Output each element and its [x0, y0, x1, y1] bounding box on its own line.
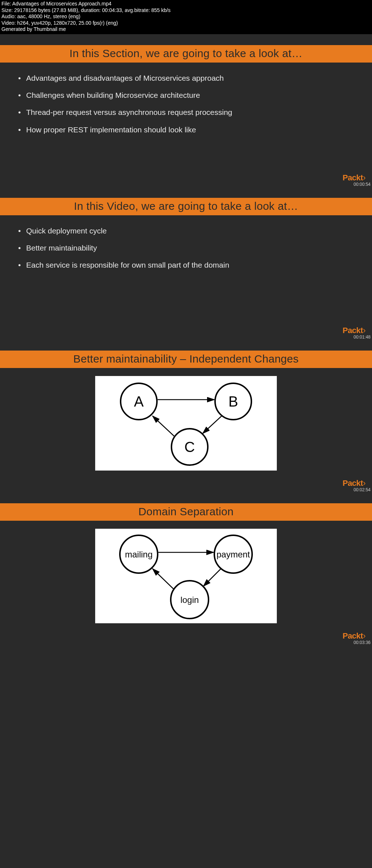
slide-2-bullet-0: Quick deployment cycle	[18, 225, 354, 236]
slide-3: Better maintainability – Independent Cha…	[0, 351, 372, 492]
arrow-c-to-a	[153, 416, 174, 436]
packt-logo: Packt›	[343, 326, 365, 335]
arrow-payment-to-login	[203, 569, 221, 586]
logo-text: Packt	[343, 326, 363, 335]
packt-logo: Packt›	[343, 173, 365, 183]
slide-1: In this Section, we are going to take a …	[0, 45, 372, 187]
slide-2-title: In this Video, we are going to take a lo…	[0, 198, 372, 215]
slide-4-title: Domain Separation	[0, 503, 372, 521]
meta-audio: Audio: aac, 48000 Hz, stereo (eng)	[1, 13, 371, 20]
slide-4: Domain Separation mailing payment login …	[0, 503, 372, 645]
arrow-b-to-c	[203, 416, 222, 433]
node-payment-label: payment	[217, 549, 250, 559]
packt-logo: Packt›	[343, 631, 365, 641]
meta-video: Video: h264, yuv420p, 1280x720, 25.00 fp…	[1, 20, 371, 27]
logo-text: Packt	[343, 479, 363, 488]
slide-gap	[0, 34, 372, 45]
slide-2-timestamp: 00:01:48	[353, 335, 371, 340]
slide-gap	[0, 187, 372, 198]
logo-text: Packt	[343, 631, 363, 640]
slide-2-bullet-2: Each service is responsible for own smal…	[18, 260, 354, 270]
logo-angle-icon: ›	[363, 479, 365, 488]
packt-logo: Packt›	[343, 479, 365, 488]
arrow-login-to-mailing	[153, 569, 174, 589]
node-mailing-label: mailing	[125, 549, 153, 559]
video-metadata-header: File: Advantages of Microservices Approa…	[0, 0, 372, 34]
slide-gap	[0, 492, 372, 503]
slide-1-bullets: Advantages and disadvantages of Microser…	[0, 63, 372, 135]
domain-diagram: mailing payment login	[95, 529, 277, 623]
node-a-label: A	[134, 393, 144, 409]
slide-1-timestamp: 00:00:54	[353, 182, 371, 187]
slide-4-timestamp: 00:03:36	[353, 640, 371, 645]
meta-size: Size: 29178156 bytes (27.83 MiB), durati…	[1, 7, 371, 14]
logo-text: Packt	[343, 173, 363, 182]
abc-diagram: A B C	[95, 376, 277, 471]
logo-angle-icon: ›	[363, 173, 365, 182]
slide-1-bullet-3: How proper REST implementation should lo…	[18, 124, 354, 135]
node-login-label: login	[181, 595, 199, 604]
slide-3-title: Better maintainability – Independent Cha…	[0, 351, 372, 368]
slide-2: In this Video, we are going to take a lo…	[0, 198, 372, 340]
meta-file: File: Advantages of Microservices Approa…	[1, 1, 371, 7]
slide-2-bullet-1: Better maintainability	[18, 243, 354, 253]
node-b-label: B	[229, 393, 238, 409]
node-c-label: C	[185, 439, 195, 455]
logo-angle-icon: ›	[363, 631, 365, 640]
slide-2-bullets: Quick deployment cycle Better maintainab…	[0, 215, 372, 271]
slide-1-bullet-2: Thread-per request versus asynchronous r…	[18, 107, 354, 117]
slide-1-bullet-1: Challenges when building Microservice ar…	[18, 90, 354, 100]
slide-1-bullet-0: Advantages and disadvantages of Microser…	[18, 73, 354, 83]
slide-3-timestamp: 00:02:54	[353, 487, 371, 492]
meta-generated: Generated by Thumbnail me	[1, 26, 371, 33]
slide-gap	[0, 340, 372, 351]
logo-angle-icon: ›	[363, 326, 365, 335]
slide-1-title: In this Section, we are going to take a …	[0, 45, 372, 63]
